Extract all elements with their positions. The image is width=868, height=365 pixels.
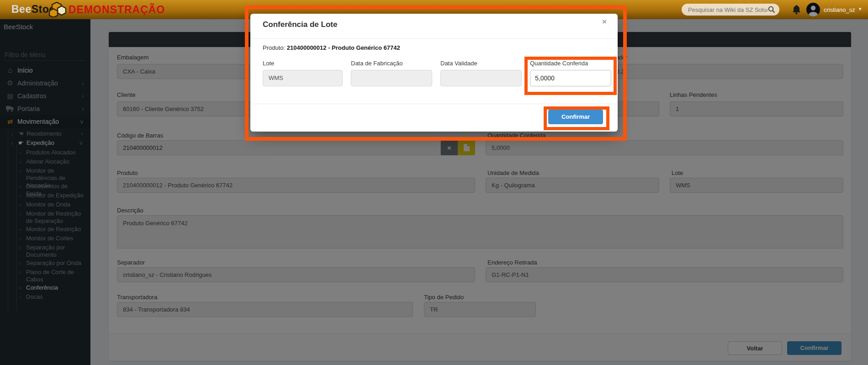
annotation-confirmar-highlight <box>544 106 609 130</box>
wiki-search-input[interactable] <box>682 4 779 16</box>
user-menu[interactable]: cristiano_sz <box>824 6 855 13</box>
annotation-quantidade-highlight <box>524 57 617 95</box>
user-avatar[interactable] <box>806 3 820 16</box>
search-icon[interactable] <box>768 6 775 13</box>
beestock-app: BeeStock DEMONSTRAÇÃO cristiano_sz ▾ Bee… <box>0 0 868 365</box>
avatar-person-icon <box>806 3 820 16</box>
user-caret-icon: ▾ <box>859 6 862 12</box>
notifications-bell-icon[interactable] <box>792 5 801 15</box>
honeycomb-logo-icon <box>47 2 66 17</box>
environment-banner: DEMONSTRAÇÃO <box>69 4 165 16</box>
